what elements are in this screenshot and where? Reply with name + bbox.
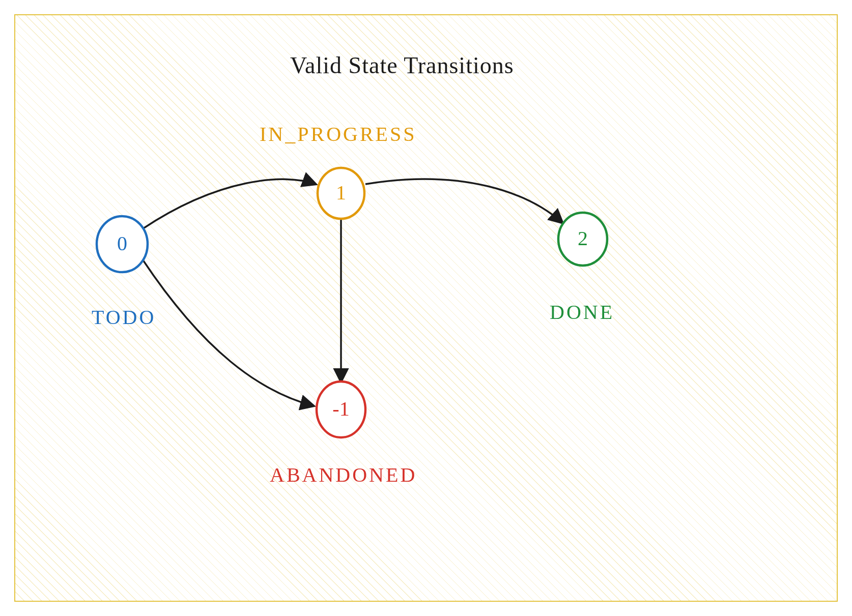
- edge-todo-abandoned: [143, 259, 314, 406]
- node-todo: 0: [97, 216, 148, 272]
- edge-inprogress-done: [365, 179, 562, 223]
- node-abandoned: -1: [317, 382, 365, 437]
- label-todo: TODO: [92, 305, 156, 329]
- diagram-frame: Valid State Transitions 0 1 2 -1: [14, 14, 838, 602]
- node-done-value: 2: [578, 227, 588, 250]
- node-todo-value: 0: [117, 232, 127, 255]
- label-inprogress: IN_PROGRESS: [260, 122, 417, 146]
- node-done: 2: [558, 213, 607, 266]
- label-done: DONE: [550, 300, 614, 324]
- label-abandoned: ABANDONED: [270, 463, 417, 487]
- node-inprogress-value: 1: [336, 181, 346, 204]
- node-inprogress: 1: [318, 168, 364, 219]
- node-abandoned-value: -1: [332, 397, 349, 420]
- edge-todo-inprogress: [143, 179, 316, 229]
